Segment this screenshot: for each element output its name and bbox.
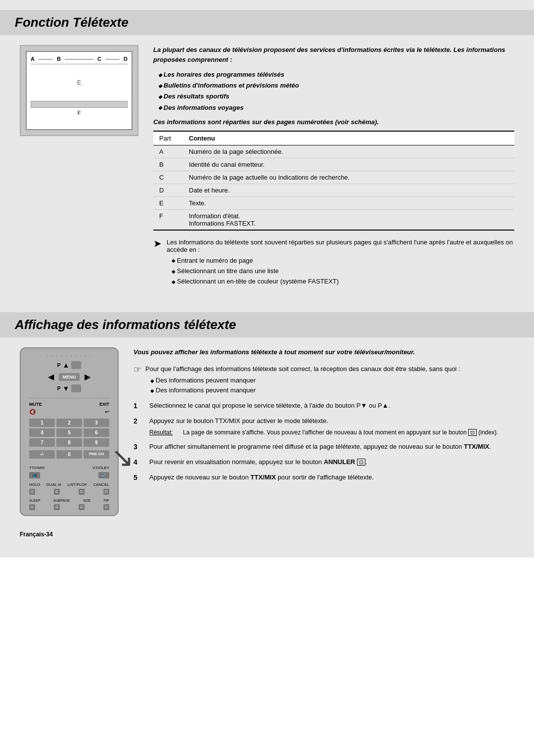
table-cell-part-c: C bbox=[153, 171, 183, 184]
note-bullet-2: Sélectionnant un titre dans une liste bbox=[172, 267, 514, 276]
step-2-num: 2 bbox=[134, 416, 143, 437]
section-1-content: A B C D E F La plupart des canaux de tél… bbox=[0, 35, 534, 302]
info-table: Part Contenu A Numéro de la page sélecti… bbox=[153, 131, 514, 231]
ttxmix-bold-5: TTX/MIX bbox=[251, 473, 276, 481]
table-row: C Numéro de la page actuelle ou indicati… bbox=[153, 171, 514, 184]
step-2: 2 Appuyez sur le bouton TTX/MIX pour act… bbox=[134, 416, 514, 437]
table-cell-contenu-d: Date et heure. bbox=[183, 184, 514, 196]
remote-exit-label: EXIT bbox=[99, 402, 109, 407]
section-1-title: Fonction Télétexte bbox=[15, 15, 519, 30]
step-2-text: Appuyez sur le bouton TTX/MIX pour activ… bbox=[149, 417, 328, 425]
remote-btn-prech[interactable]: PRE-CH bbox=[84, 450, 109, 459]
index-icon: ⊡ bbox=[468, 429, 477, 436]
intro-paragraph: La plupart des canaux de télévision prop… bbox=[153, 45, 514, 64]
remote-btn-9[interactable]: 9 bbox=[84, 438, 109, 447]
remote-mute-exit-row: MUTE EXIT bbox=[29, 402, 109, 407]
section-2-header: Affichage des informations télétexte bbox=[0, 312, 534, 337]
remote-sleep-label: SLEEP bbox=[29, 499, 41, 502]
remote-btn-0[interactable]: 0 bbox=[56, 450, 82, 459]
page-label: Français-34 bbox=[20, 531, 53, 538]
remote-btn-2[interactable]: 2 bbox=[56, 419, 82, 427]
remote-ttx-vdolby-icons: 📺 🔊 bbox=[29, 472, 109, 478]
tv-label-e: E bbox=[31, 79, 128, 86]
remote-btn-dash[interactable]: -/- bbox=[29, 450, 55, 459]
page: Fonction Télétexte A B C D E bbox=[0, 0, 534, 756]
step-3-text: Pour afficher simultanément le programme… bbox=[149, 442, 514, 452]
remote-sleep-row: SLEEP SUBPAGE SIZE PIP bbox=[29, 499, 109, 502]
table-cell-contenu-f: Information d'état.Informations FASTEXT. bbox=[183, 209, 514, 230]
note-bullet-3: Sélectionnant un en-tête de couleur (sys… bbox=[172, 277, 514, 286]
remote-ttx-icon[interactable]: 📺 bbox=[29, 472, 40, 478]
remote-sleep-icons: ⊡ ⊡ ⊡ ⊡ bbox=[29, 504, 109, 510]
note-main-text: Pour que l'affichage des informations té… bbox=[145, 365, 460, 373]
remote-p-down-label: P bbox=[57, 386, 61, 391]
section-2-intro: Vous pouvez afficher les informations té… bbox=[134, 347, 514, 357]
table-row: D Date et heure. bbox=[153, 184, 514, 196]
remote-hold-label: HOLD bbox=[29, 482, 40, 487]
remote-dash-0-prech-row: -/- 0 PRE-CH bbox=[29, 450, 109, 459]
remote-btn-1[interactable]: 1 bbox=[29, 419, 55, 427]
remote-btn-7[interactable]: 7 bbox=[29, 438, 55, 447]
remote-subpage-btn[interactable]: ⊡ bbox=[54, 504, 60, 510]
step-4-text: Pour revenir en visualisation normale, a… bbox=[149, 457, 514, 468]
table-row: E Texte. bbox=[153, 196, 514, 209]
remote-cancel-label: CANCEL bbox=[93, 482, 109, 487]
remote-p-down-arrow: ▼ bbox=[62, 384, 69, 392]
remote-sleep-btn[interactable]: ⊡ bbox=[29, 504, 35, 510]
remote-mute-exit-icons: 🔇 ↩ bbox=[29, 409, 109, 415]
remote-btn-8[interactable]: 8 bbox=[56, 438, 82, 447]
remote-menu-row: ◀ MENU ▶ bbox=[48, 372, 91, 381]
table-cell-contenu-b: Identité du canal émetteur. bbox=[183, 158, 514, 171]
remote-listflof-btn[interactable]: ⊡ bbox=[79, 489, 85, 495]
step-5-num: 5 bbox=[134, 472, 143, 483]
section-2: Affichage des informations télétexte - -… bbox=[0, 312, 534, 558]
step-2-result: Résultat: La page de sommaire s'affiche.… bbox=[149, 428, 514, 437]
remote-btn-6[interactable]: 6 bbox=[84, 428, 109, 437]
remote-hold-btn[interactable]: ⊡ bbox=[29, 489, 35, 495]
remote-btn-5[interactable]: 5 bbox=[56, 428, 82, 437]
remote-dual3-btn[interactable]: ⊡ bbox=[54, 489, 60, 495]
remote-control-diagram: - - - - - - - - - - P ▲ ◀ MENU ▶ P ▼ bbox=[20, 347, 119, 516]
bullet-item-2: Bulletins d'informations et prévisions m… bbox=[158, 81, 514, 90]
remote-size-label: SIZE bbox=[83, 499, 91, 502]
remote-dual3-label: DUAL III bbox=[46, 482, 61, 487]
table-row: A Numéro de la page sélectionnée. bbox=[153, 145, 514, 158]
table-cell-part-b: B bbox=[153, 158, 183, 171]
remote-p-up-arrow: ▲ bbox=[62, 361, 69, 369]
remote-size-btn[interactable]: ⊡ bbox=[79, 504, 85, 510]
note-sub-bullets: Des informations peuvent manquer Des inf… bbox=[150, 376, 514, 395]
schema-note: Ces informations sont réparties sur des … bbox=[153, 118, 514, 126]
arrow-icon: ➤ bbox=[153, 237, 162, 249]
remote-mute-label: MUTE bbox=[29, 402, 42, 407]
remote-ttx-label: TTX/MIX bbox=[29, 466, 45, 470]
remote-hold-row: HOLD DUAL III LIST/FLOF CANCEL bbox=[29, 482, 109, 487]
annuler-bold: ANNULER bbox=[324, 458, 356, 466]
remote-p-down-row: P ▼ bbox=[57, 384, 82, 392]
ttxmix-bold-3: TTX/MIX bbox=[464, 443, 489, 450]
big-arrow-icon: ↙ bbox=[111, 441, 134, 473]
remote-vdolby-icon[interactable]: 🔊 bbox=[98, 472, 109, 478]
footer: Français-34 bbox=[0, 526, 534, 543]
bullet-item-1: Les horaires des programmes télévisés bbox=[158, 70, 514, 79]
remote-btn-4[interactable]: 4 bbox=[29, 428, 55, 437]
table-cell-contenu-e: Texte. bbox=[183, 196, 514, 209]
step-3: 3 Pour afficher simultanément le program… bbox=[134, 442, 514, 452]
table-cell-contenu-a: Numéro de la page sélectionnée. bbox=[183, 145, 514, 158]
table-row: F Information d'état.Informations FASTEX… bbox=[153, 209, 514, 230]
remote-pip-btn[interactable]: ⊡ bbox=[103, 504, 109, 510]
step-1-num: 1 bbox=[134, 401, 143, 411]
steps-content: Vous pouvez afficher les informations té… bbox=[134, 347, 514, 488]
remote-ttx-vdolby-row: TTX/MIX V.DOLBY bbox=[29, 466, 109, 470]
remote-cancel-btn[interactable]: ⊡ bbox=[103, 489, 109, 495]
tv-label-f: F bbox=[31, 110, 128, 116]
note-sub-bullet-2: Des informations peuvent manquer bbox=[150, 385, 514, 395]
tv-label-b: B bbox=[57, 56, 61, 62]
remote-hold-icons: ⊡ ⊡ ⊡ ⊡ bbox=[29, 489, 109, 495]
step-1-text: Sélectionnez le canal qui propose le ser… bbox=[149, 401, 514, 411]
remote-pip-label: PIP bbox=[104, 499, 109, 502]
bullet-item-4: Des informations voyages bbox=[158, 103, 514, 112]
remote-btn-3[interactable]: 3 bbox=[84, 419, 109, 427]
table-row: B Identité du canal émetteur. bbox=[153, 158, 514, 171]
result-label: Résultat: bbox=[149, 428, 179, 437]
note-content: Les informations du télétexte sont souve… bbox=[167, 238, 514, 288]
